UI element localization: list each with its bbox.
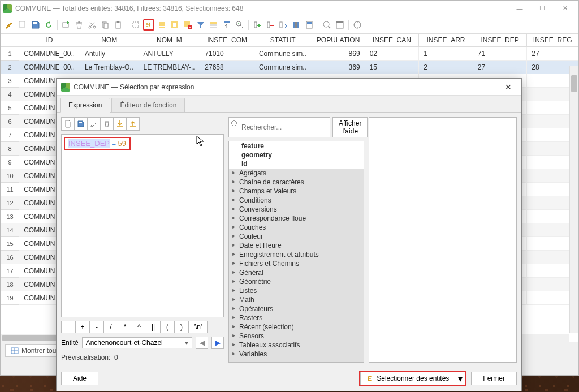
- table-row[interactable]: 1COMMUNE_00..AntullyANTULLY71010Commune …: [1, 47, 578, 61]
- prev-entity-button[interactable]: ◀: [196, 337, 208, 349]
- column-header[interactable]: INSEE_ARR: [419, 34, 473, 47]
- tab-expression[interactable]: Expression: [60, 98, 110, 113]
- dialog-titlebar: COMMUNE — Sélection par expression ✕: [57, 79, 521, 96]
- tree-category[interactable]: Correspondance floue: [229, 214, 364, 223]
- conditional-format-icon[interactable]: [321, 19, 332, 31]
- tree-category[interactable]: Couches: [229, 223, 364, 232]
- select-by-expression-icon[interactable]: [143, 19, 154, 31]
- operator-button[interactable]: ||: [146, 321, 161, 333]
- operator-button[interactable]: /: [103, 321, 118, 333]
- tree-item[interactable]: feature: [229, 141, 364, 150]
- select-icon[interactable]: [130, 19, 141, 31]
- invert-selection-icon[interactable]: [169, 19, 180, 31]
- tree-category[interactable]: Variables: [229, 350, 364, 359]
- tree-category[interactable]: Agrégats: [229, 169, 364, 178]
- column-header[interactable]: NOM_M: [139, 34, 200, 47]
- actions-icon[interactable]: [352, 19, 363, 31]
- close-button[interactable]: ✕: [554, 1, 576, 16]
- close-button[interactable]: Fermer: [471, 372, 517, 385]
- save-icon[interactable]: [30, 19, 41, 31]
- svg-point-31: [323, 21, 329, 27]
- tree-category[interactable]: Date et Heure: [229, 241, 364, 250]
- column-header[interactable]: INSEE_CAN: [365, 34, 419, 47]
- qgis-icon: [3, 4, 12, 13]
- field-calc-icon[interactable]: [304, 19, 315, 31]
- tree-category[interactable]: Sensors: [229, 331, 364, 341]
- column-header[interactable]: INSEE_REG: [527, 34, 578, 47]
- operator-button[interactable]: *: [118, 321, 132, 333]
- show-help-button[interactable]: Afficher l'aide: [332, 117, 368, 137]
- import-icon[interactable]: [113, 117, 127, 131]
- reload-icon[interactable]: [43, 19, 54, 31]
- operator-button[interactable]: ): [174, 321, 189, 333]
- column-header[interactable]: ID: [19, 34, 80, 47]
- save-icon[interactable]: [74, 117, 88, 131]
- dock-icon[interactable]: [334, 19, 345, 31]
- vertical-scrollbar[interactable]: [569, 66, 578, 333]
- delete-icon[interactable]: [74, 19, 85, 31]
- tab-function-editor[interactable]: Éditeur de fonction: [111, 98, 185, 113]
- edit-icon[interactable]: [87, 117, 101, 131]
- pencil-icon[interactable]: [4, 19, 15, 31]
- export-icon[interactable]: [126, 117, 140, 131]
- new-column-icon[interactable]: [252, 19, 263, 31]
- operator-button[interactable]: (: [160, 321, 175, 333]
- table-row[interactable]: 2COMMUNE_00..Le Tremblay-O..LE TREMBLAY-…: [1, 61, 578, 74]
- help-button[interactable]: Aide: [61, 372, 98, 385]
- column-header[interactable]: INSEE_COM: [200, 34, 254, 47]
- tree-category[interactable]: Tableaux associatifs: [229, 341, 364, 350]
- tree-item[interactable]: geometry: [229, 150, 364, 160]
- select-all-icon[interactable]: [156, 19, 167, 31]
- column-header[interactable]: INSEE_DEP: [473, 34, 527, 47]
- maximize-button[interactable]: ☐: [531, 1, 554, 16]
- new-icon[interactable]: [61, 117, 75, 131]
- minimize-button[interactable]: —: [508, 1, 531, 16]
- tree-category[interactable]: Conversions: [229, 205, 364, 214]
- operator-button[interactable]: =: [61, 321, 76, 333]
- copy-icon[interactable]: [100, 19, 111, 31]
- deselect-icon[interactable]: [182, 19, 193, 31]
- column-header[interactable]: STATUT: [254, 34, 312, 47]
- tree-category[interactable]: Conditions: [229, 196, 364, 205]
- move-top-icon[interactable]: [221, 19, 232, 31]
- search-input[interactable]: [228, 117, 330, 137]
- dialog-close-button[interactable]: ✕: [500, 79, 517, 95]
- zoom-to-icon[interactable]: [234, 19, 245, 31]
- tree-category[interactable]: Listes: [229, 286, 364, 295]
- add-feature-icon[interactable]: [61, 19, 72, 31]
- svg-point-4: [93, 26, 96, 28]
- operator-button[interactable]: ^: [132, 321, 146, 333]
- cut-icon[interactable]: [87, 19, 98, 31]
- select-dropdown-button[interactable]: ▾: [455, 372, 465, 385]
- organize-columns-icon[interactable]: [291, 19, 302, 31]
- tree-category[interactable]: Général: [229, 268, 364, 277]
- tree-item[interactable]: id: [229, 160, 364, 169]
- entity-select[interactable]: Anchenoncourt-et-Chazel: [82, 337, 192, 348]
- delete-icon[interactable]: [100, 117, 114, 131]
- tree-category[interactable]: Chaîne de caractères: [229, 178, 364, 187]
- rename-column-icon[interactable]: [278, 19, 289, 31]
- next-entity-button[interactable]: ▶: [211, 337, 224, 349]
- tree-category[interactable]: Rasters: [229, 313, 364, 322]
- multi-edit-icon[interactable]: [17, 19, 28, 31]
- function-tree[interactable]: featuregeometryidAgrégatsChaîne de carac…: [228, 141, 364, 363]
- tree-category[interactable]: Récent (selection): [229, 322, 364, 331]
- select-features-button[interactable]: Sélectionner des entités: [360, 372, 455, 385]
- tree-category[interactable]: Enregistrement et attributs: [229, 250, 364, 259]
- operator-button[interactable]: '\n': [188, 321, 208, 333]
- tree-category[interactable]: Champs et Valeurs: [229, 187, 364, 196]
- operator-button[interactable]: +: [75, 321, 90, 333]
- tree-category[interactable]: Géométrie: [229, 277, 364, 286]
- column-header[interactable]: NOM: [80, 34, 139, 47]
- expression-textarea[interactable]: INSEE_DEP = 59: [61, 134, 224, 317]
- delete-column-icon[interactable]: [265, 19, 276, 31]
- paste-icon[interactable]: [113, 19, 124, 31]
- tree-category[interactable]: Fichiers et Chemins: [229, 259, 364, 268]
- filter-selection-icon[interactable]: [195, 19, 206, 31]
- tree-category[interactable]: Couleur: [229, 232, 364, 241]
- tree-category[interactable]: Math: [229, 295, 364, 304]
- tree-category[interactable]: Opérateurs: [229, 304, 364, 313]
- operator-button[interactable]: -: [89, 321, 104, 333]
- column-header[interactable]: POPULATION: [312, 34, 365, 47]
- show-selected-icon[interactable]: [208, 19, 219, 31]
